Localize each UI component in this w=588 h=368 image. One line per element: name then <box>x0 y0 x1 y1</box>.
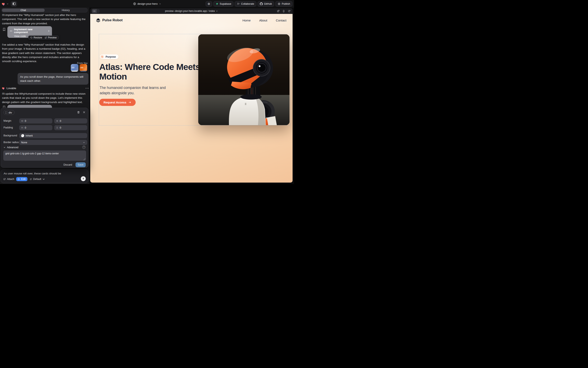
nav-link-contact[interactable]: Contact <box>276 18 286 22</box>
send-button[interactable] <box>81 176 86 181</box>
github-button[interactable]: GitHub <box>257 1 274 7</box>
sliders-icon <box>29 178 32 181</box>
assistant-header: Lovable <box>2 86 89 90</box>
preview-url-dropdown[interactable]: preview--design-your-hero.lovable.app / … <box>165 8 218 14</box>
background-label: Background <box>3 134 17 137</box>
attachment-thumbnail-blue[interactable] <box>71 64 78 72</box>
advanced-section-toggle[interactable]: Advanced <box>3 146 19 149</box>
preview-url-bar: preview--design-your-hero.lovable.app / … <box>90 8 293 14</box>
margin-x-input[interactable]: 0 <box>19 118 52 123</box>
github-icon <box>260 2 263 5</box>
chevron-right-icon <box>47 30 50 32</box>
preview-toggle-segment <box>97 9 100 13</box>
delete-element-icon[interactable] <box>77 111 80 114</box>
gear-icon: ⚙ <box>208 2 210 6</box>
publish-button[interactable]: Publish <box>275 1 292 7</box>
sidebar-toggle-button[interactable] <box>11 1 17 7</box>
chat-composer: As user mouse roll over, these cards sho… <box>1 169 88 183</box>
collaborate-button[interactable]: Collaborate <box>235 1 256 7</box>
border-radius-label: Border radius <box>3 141 19 144</box>
site-nav: Home About Contact <box>242 18 286 22</box>
background-input[interactable]: Inherit <box>19 133 87 138</box>
arrow-up-icon <box>82 177 85 180</box>
preview-path: / index <box>208 9 215 12</box>
globe-icon <box>133 2 136 5</box>
code-icon <box>10 30 12 32</box>
restore-button[interactable]: Restore <box>30 36 42 39</box>
target-icon <box>17 178 20 181</box>
user-plus-icon <box>237 2 240 5</box>
open-in-new-tab-icon[interactable] <box>277 10 279 12</box>
preview-url: preview--design-your-hero.lovable.app <box>165 9 207 12</box>
globe-icon <box>278 2 281 5</box>
discard-button[interactable]: Discard <box>63 163 72 166</box>
hero-robot-image[interactable] <box>198 34 290 125</box>
rendered-site: Pulse Robot Home About Contact Purpose A… <box>90 14 293 183</box>
padding-vertical-icon <box>56 127 58 129</box>
refresh-icon[interactable] <box>288 10 291 12</box>
hero-subtitle: The humanoid companion that learns and a… <box>100 85 175 96</box>
restore-icon <box>30 37 33 39</box>
pulse-icon <box>100 55 104 58</box>
chevron-down-icon[interactable] <box>7 3 9 5</box>
lovable-logo-icon[interactable] <box>2 2 6 6</box>
layers-icon <box>96 18 100 22</box>
chevron-down-icon <box>83 141 85 144</box>
tab-history[interactable]: History <box>45 9 87 12</box>
chat-input[interactable]: As user mouse roll over, these cards sho… <box>4 172 85 175</box>
project-switcher[interactable]: design-your-hero <box>133 0 161 8</box>
assistant-message: I'll implement the "Why Humanoid" sectio… <box>2 13 89 26</box>
padding-x-input[interactable]: 0 <box>19 125 52 130</box>
settings-button[interactable]: ⚙ <box>206 1 212 7</box>
component-card-header: Implement new component <box>10 28 50 34</box>
image-attach-icon <box>3 178 6 181</box>
mobile-view-icon[interactable] <box>282 10 285 12</box>
message-hover-toolbar: Restore Preview <box>28 36 59 40</box>
chevron-down-icon <box>216 10 218 12</box>
external-link-icon <box>45 37 47 39</box>
padding-horizontal-icon <box>21 127 23 129</box>
chevron-down-icon <box>42 178 45 181</box>
arrow-right-icon <box>128 101 131 104</box>
request-access-button[interactable]: Request Access <box>99 99 136 106</box>
code-view-toggle[interactable] <box>92 9 100 13</box>
bookmark-icon[interactable] <box>3 28 6 31</box>
message-menu-button[interactable] <box>85 88 89 89</box>
chevron-down-icon <box>3 146 6 148</box>
nav-link-home[interactable]: Home <box>242 18 251 22</box>
user-message-bubble: As you scroll down the page, these compo… <box>18 73 88 85</box>
border-radius-select[interactable]: None <box>19 140 87 145</box>
padding-y-input[interactable]: 0 <box>54 125 87 130</box>
dashed-box-icon <box>5 112 7 113</box>
tab-chat[interactable]: Chat <box>2 9 45 12</box>
element-inspector-panel: div Margin 0 0 Padding 0 0 Backgro <box>1 108 88 168</box>
assistant-message: I've added a new "Why Humanoid" section … <box>2 43 89 63</box>
transparency-swatch-icon <box>21 134 24 137</box>
class-editor-textarea[interactable]: grid grid-cols-1 lg:grid-cols-2 gap-12 i… <box>3 150 86 161</box>
preview-button[interactable]: Preview <box>45 36 57 39</box>
supabase-button[interactable]: Supabase <box>213 1 233 7</box>
composer-toolbar: Attach Edit Default <box>3 177 45 181</box>
lovable-heart-icon <box>2 87 5 90</box>
hero-badge: Purpose <box>100 54 118 59</box>
topbar-left <box>2 0 17 8</box>
chat-sidebar: Chat History I'll implement the "Why Hum… <box>0 8 89 184</box>
close-icon[interactable] <box>83 111 85 114</box>
attach-button[interactable]: Attach <box>3 178 14 181</box>
mode-select[interactable]: Default <box>29 178 45 181</box>
save-button[interactable]: Save <box>76 162 86 167</box>
site-brand[interactable]: Pulse Robot <box>96 18 123 22</box>
robot-illustration <box>198 34 290 125</box>
margin-horizontal-icon <box>21 120 23 122</box>
selected-element-pill[interactable]: div <box>3 110 15 115</box>
site-header: Pulse Robot Home About Contact <box>90 14 293 27</box>
margin-y-input[interactable]: 0 <box>54 118 87 123</box>
nav-link-about[interactable]: About <box>259 18 267 22</box>
hero-title: Atlas: Where Code Meets Motion <box>99 62 204 82</box>
edit-mode-button[interactable]: Edit <box>16 177 28 181</box>
supabase-bolt-icon <box>216 2 218 5</box>
help-icon[interactable]: ? <box>82 146 85 149</box>
attachment-thumbnail-orange[interactable] <box>80 64 87 72</box>
margin-label: Margin <box>3 120 11 122</box>
topbar: design-your-hero ⚙ Supabase Collaborate … <box>0 0 294 8</box>
